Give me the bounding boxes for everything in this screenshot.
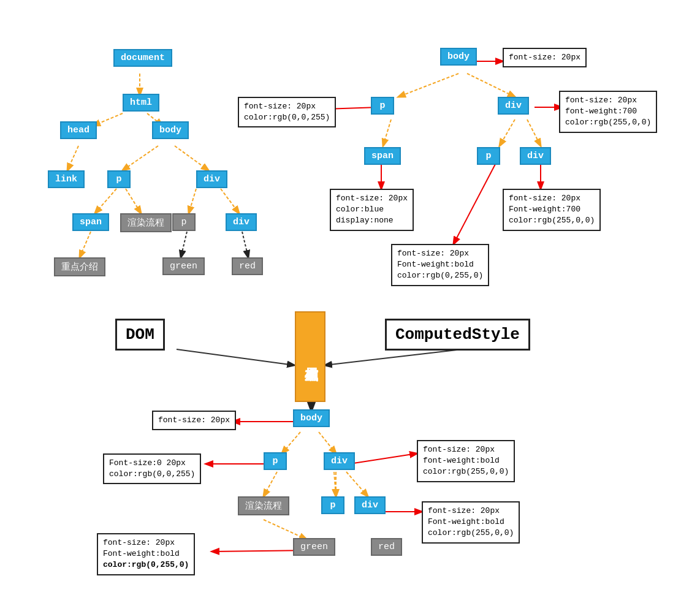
style-box-green-bottom-text: font-size: 20px Font-weight:bold color:r… <box>103 537 189 571</box>
node-head: head <box>60 121 97 139</box>
node-div-right: div <box>498 97 529 115</box>
node-div-bottom: div <box>324 452 355 470</box>
node-div2: div <box>226 213 257 231</box>
style-box-div-bottom: font-size: 20px font-weight:bold color:r… <box>417 440 515 482</box>
computed-style-label: ComputedStyle <box>385 319 530 351</box>
svg-line-17 <box>527 119 541 146</box>
node-div-right2: div <box>520 147 551 165</box>
style-box-div-right2-text: font-size: 20px Font-weight:700 color:rg… <box>509 193 595 227</box>
svg-line-15 <box>383 119 391 146</box>
node-p2: p <box>172 213 196 231</box>
svg-line-33 <box>264 520 306 539</box>
svg-line-11 <box>181 232 187 257</box>
node-div1: div <box>196 170 227 188</box>
node-link: link <box>48 170 85 188</box>
node-render-flow2: 渲染流程 <box>238 496 289 515</box>
svg-line-1 <box>93 113 123 126</box>
svg-line-24 <box>177 349 294 365</box>
node-key-intro: 重点介绍 <box>54 257 105 276</box>
style-box-green-bottom: font-size: 20px Font-weight:bold color:r… <box>97 533 195 575</box>
style-box-body-bottom: font-size: 20px <box>152 411 236 430</box>
node-body-left: body <box>152 121 189 139</box>
svg-line-29 <box>264 472 277 496</box>
dom-label: DOM <box>115 319 165 351</box>
node-body-bottom: body <box>293 409 330 427</box>
style-box-p-bottom: Font-size:0 20px color:rgb(0,0,255) <box>103 453 201 484</box>
svg-line-8 <box>189 189 196 213</box>
style-box-div-bottom2: font-size: 20px Font-weight:bold color:r… <box>422 501 520 544</box>
style-box-div-right-text: font-size: 20px font-weight:700 color:rg… <box>565 95 651 129</box>
node-document: document <box>113 49 172 67</box>
style-box-body-right: font-size: 20px <box>503 48 587 67</box>
node-p-bottom: p <box>264 452 287 470</box>
svg-line-10 <box>80 232 91 257</box>
node-body-right: body <box>440 48 477 66</box>
style-box-p-right2: font-size: 20px Font-weight:bold color:r… <box>391 244 489 286</box>
style-box-div-bottom-text: font-size: 20px font-weight:bold color:r… <box>423 444 509 478</box>
svg-line-13 <box>398 74 458 97</box>
node-green1: green <box>162 257 205 275</box>
style-box-div-right2: font-size: 20px Font-weight:700 color:rg… <box>503 189 601 231</box>
svg-line-16 <box>500 119 515 146</box>
svg-line-27 <box>282 432 300 453</box>
node-p-right2: p <box>477 147 500 165</box>
style-box-span-right: font-size: 20px color:blue display:none <box>330 189 414 231</box>
svg-line-5 <box>175 146 208 170</box>
generate-layout-tree: 生成布局树 <box>295 311 325 402</box>
style-box-div-right: font-size: 20px font-weight:700 color:rg… <box>559 91 657 133</box>
style-box-div-bottom2-text: font-size: 20px Font-weight:bold color:r… <box>428 506 514 539</box>
node-html: html <box>123 94 159 112</box>
node-div-bottom2: div <box>354 496 386 514</box>
svg-line-32 <box>346 472 368 496</box>
svg-line-4 <box>123 146 158 170</box>
svg-line-23 <box>454 164 495 244</box>
node-p-bottom2: p <box>321 496 344 514</box>
node-p1: p <box>107 170 131 188</box>
node-render-flow1: 渲染流程 <box>120 213 172 232</box>
style-box-p-right: font-size: 20px color:rgb(0,0,255) <box>238 97 336 127</box>
svg-line-36 <box>349 453 417 464</box>
node-green-bottom: green <box>293 538 335 556</box>
node-red1: red <box>232 257 263 275</box>
node-span-right: span <box>364 147 401 165</box>
svg-line-9 <box>221 189 239 213</box>
svg-line-14 <box>467 74 515 97</box>
svg-line-30 <box>334 472 336 496</box>
svg-line-28 <box>319 432 336 453</box>
svg-line-12 <box>242 232 248 257</box>
svg-line-3 <box>67 146 78 170</box>
node-p-right: p <box>371 97 394 115</box>
svg-line-7 <box>126 189 141 213</box>
node-red-bottom: red <box>371 538 402 556</box>
svg-line-6 <box>95 189 116 213</box>
svg-line-25 <box>325 349 462 365</box>
node-span1: span <box>72 213 109 231</box>
